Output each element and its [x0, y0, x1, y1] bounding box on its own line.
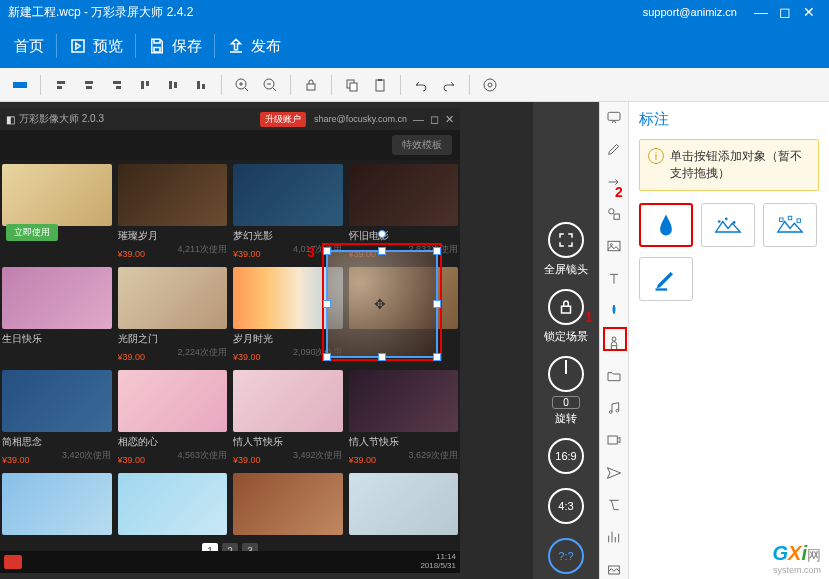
sidebar-text-icon[interactable]	[604, 270, 624, 288]
zoom-out[interactable]	[256, 71, 284, 99]
sidebar-video-icon[interactable]	[604, 431, 624, 449]
inner-maximize[interactable]: ◻	[430, 113, 439, 126]
zoom-in[interactable]	[228, 71, 256, 99]
taskbar-clock: 11:14 2018/5/31	[420, 553, 456, 571]
resize-handle-s[interactable]	[378, 353, 386, 361]
align-top[interactable]	[131, 71, 159, 99]
lock-scene-button[interactable]	[548, 289, 584, 325]
template-thumbnail	[118, 267, 228, 329]
svg-point-8	[488, 83, 492, 87]
settings-tool[interactable]	[476, 71, 504, 99]
inner-tab[interactable]: 特效模板	[392, 135, 452, 155]
sidebar-shape-icon[interactable]	[604, 205, 624, 223]
ratio-16-9[interactable]: 16:9	[548, 438, 584, 474]
card-price: ¥39.00	[118, 455, 146, 465]
rotate-dial[interactable]	[548, 356, 584, 392]
effect-mosaic[interactable]	[701, 203, 755, 247]
effect-spotlight[interactable]	[763, 203, 817, 247]
template-card[interactable]	[118, 473, 228, 535]
sidebar-image-icon[interactable]	[604, 237, 624, 255]
menu-home[interactable]: 首页	[4, 24, 54, 68]
sidebar-formula-icon[interactable]	[604, 496, 624, 514]
svg-rect-11	[608, 112, 620, 120]
card-title: 璀璨岁月	[118, 229, 228, 243]
menu-publish[interactable]: 发布	[217, 24, 291, 68]
sidebar-effect-icon[interactable]	[604, 302, 624, 320]
selected-object[interactable]: ✥	[326, 250, 438, 358]
panel-hint: i 单击按钮添加对象（暂不支持拖拽）	[639, 139, 819, 191]
template-card[interactable]: 立即使用	[2, 164, 112, 261]
align-bottom[interactable]	[187, 71, 215, 99]
paste-tool[interactable]	[366, 71, 394, 99]
taskbar-app-icon[interactable]	[4, 555, 22, 569]
template-card[interactable]	[2, 473, 112, 535]
card-usage: 4,563次使用	[177, 449, 227, 462]
svg-rect-19	[608, 436, 617, 444]
template-card[interactable]: 璀璨岁月¥39.004,211次使用	[118, 164, 228, 261]
menu-save[interactable]: 保存	[138, 24, 212, 68]
sidebar-folder-icon[interactable]	[604, 367, 624, 385]
resize-handle-sw[interactable]	[323, 353, 331, 361]
publish-icon	[227, 37, 245, 55]
copy-tool[interactable]	[338, 71, 366, 99]
sidebar-plane-icon[interactable]	[604, 464, 624, 482]
minimize-button[interactable]: —	[749, 4, 773, 20]
lock-label: 锁定场景	[544, 329, 588, 344]
template-card[interactable]: 光阴之门¥39.002,224次使用	[118, 267, 228, 364]
svg-point-21	[718, 220, 721, 223]
toolbar-separator	[221, 75, 222, 95]
canvas[interactable]: ◧ 万彩影像大师 2.0.3 升级账户 share@focusky.com.cn…	[0, 102, 533, 579]
card-usage: 3,492次使用	[293, 449, 343, 462]
align-center-h[interactable]	[75, 71, 103, 99]
template-thumbnail	[233, 370, 343, 432]
template-card[interactable]: 简相思念¥39.003,420次使用	[2, 370, 112, 467]
template-card[interactable]: 怀旧电影¥39.002,832次使用	[349, 164, 459, 261]
card-title: 怀旧电影	[349, 229, 459, 243]
template-card[interactable]	[349, 473, 459, 535]
effect-highlight-pen[interactable]	[639, 257, 693, 301]
support-email[interactable]: support@animiz.cn	[643, 6, 737, 18]
resize-handle-nw[interactable]	[323, 247, 331, 255]
upgrade-badge[interactable]: 升级账户	[260, 112, 306, 127]
align-middle-v[interactable]	[159, 71, 187, 99]
resize-handle-w[interactable]	[323, 300, 331, 308]
card-title: 情人节快乐	[233, 435, 343, 449]
resize-handle-ne[interactable]	[433, 247, 441, 255]
sidebar-pen-icon[interactable]	[604, 140, 624, 158]
align-right[interactable]	[103, 71, 131, 99]
maximize-button[interactable]: ◻	[773, 4, 797, 20]
rotate-handle[interactable]	[378, 230, 386, 238]
sidebar-chat-icon[interactable]	[604, 108, 624, 126]
tool-select[interactable]	[6, 71, 34, 99]
lock-tool[interactable]	[297, 71, 325, 99]
resize-handle-e[interactable]	[433, 300, 441, 308]
resize-handle-se[interactable]	[433, 353, 441, 361]
ratio-custom[interactable]: ?:?	[548, 538, 584, 574]
resize-handle-n[interactable]	[378, 247, 386, 255]
effect-blur-drop[interactable]	[639, 203, 693, 247]
sidebar-person-icon[interactable]	[604, 334, 624, 352]
template-card[interactable]: 相恋的心¥39.004,563次使用	[118, 370, 228, 467]
template-card[interactable]	[233, 473, 343, 535]
menu-preview[interactable]: 预览	[59, 24, 133, 68]
align-left[interactable]	[47, 71, 75, 99]
template-thumbnail	[349, 473, 459, 535]
hint-text: 单击按钮添加对象（暂不支持拖拽）	[670, 148, 810, 182]
close-button[interactable]: ✕	[797, 4, 821, 20]
toolbar-separator	[40, 75, 41, 95]
sidebar-music-icon[interactable]	[604, 399, 624, 417]
redo-tool[interactable]	[435, 71, 463, 99]
card-title: 光阴之门	[118, 332, 228, 346]
template-card[interactable]: 情人节快乐¥39.003,629次使用	[349, 370, 459, 467]
rotate-value[interactable]: 0	[552, 396, 580, 409]
template-card[interactable]: 情人节快乐¥39.003,492次使用	[233, 370, 343, 467]
inner-minimize[interactable]: —	[413, 113, 424, 125]
fullscreen-camera-button[interactable]	[548, 222, 584, 258]
template-card[interactable]: 生日快乐	[2, 267, 112, 364]
use-now-button[interactable]: 立即使用	[6, 224, 58, 241]
ratio-4-3[interactable]: 4:3	[548, 488, 584, 524]
inner-close[interactable]: ✕	[445, 113, 454, 126]
undo-tool[interactable]	[407, 71, 435, 99]
sidebar-chart-icon[interactable]	[604, 528, 624, 546]
sidebar-gallery-icon[interactable]	[604, 561, 624, 579]
